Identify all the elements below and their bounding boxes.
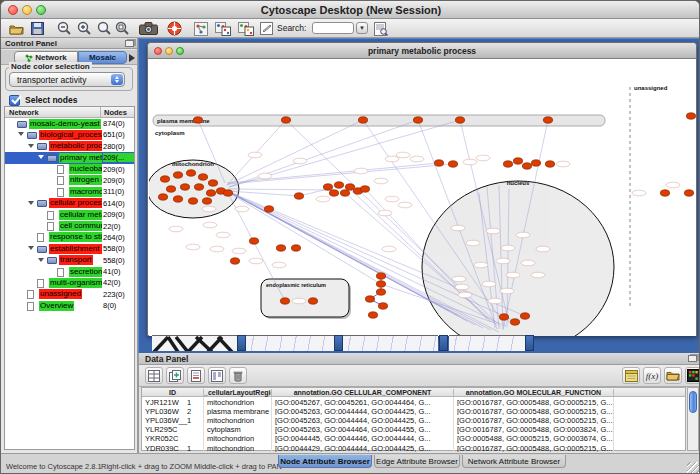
tree-row-5[interactable]: nitrogen compo209(0) — [5, 175, 134, 186]
cytopanel-south-icon[interactable] — [213, 20, 232, 37]
network-node[interactable] — [223, 190, 232, 196]
resize-grip[interactable] — [687, 462, 699, 474]
tree-row-7[interactable]: cellular process614(0) — [5, 198, 134, 209]
network-node[interactable] — [376, 273, 385, 279]
network-node[interactable] — [208, 180, 217, 186]
network-node[interactable] — [686, 113, 695, 119]
tree-row-6[interactable]: macromolecule311(0) — [5, 186, 134, 197]
network-node[interactable] — [513, 158, 522, 164]
network-node[interactable] — [522, 163, 531, 169]
table-cell[interactable]: mitochondrion — [204, 434, 272, 443]
network-node[interactable] — [276, 245, 285, 251]
trash-icon[interactable] — [229, 367, 247, 384]
expand-arrow-icon[interactable] — [38, 155, 44, 159]
zoom-in-icon[interactable] — [76, 20, 93, 37]
annotation-icon[interactable] — [258, 20, 275, 37]
network-node[interactable] — [188, 198, 197, 204]
column-divider[interactable] — [100, 107, 101, 118]
help-icon[interactable] — [165, 20, 183, 37]
table-cell[interactable]: [GO:0016787, GO:0005488, GO:0005215, G..… — [454, 443, 614, 452]
table-row-1[interactable]: YPL036W__2plasma membrane[GO:0045263, GO… — [142, 406, 685, 415]
network-node[interactable] — [360, 186, 369, 192]
save-icon[interactable] — [29, 20, 46, 37]
network-view-titlebar[interactable]: primary metabolic process — [148, 43, 696, 59]
network-node[interactable] — [510, 319, 519, 325]
network-edge[interactable] — [227, 163, 439, 183]
tree-row-16[interactable]: Overview8(0) — [5, 300, 134, 311]
table-cell[interactable]: YJR121W__1 — [142, 397, 204, 406]
select-attributes-icon[interactable] — [145, 367, 163, 384]
table-cell[interactable]: mitochondrion — [204, 397, 272, 406]
table-cell[interactable]: [GO:0016787, GO:0005488, GO:0005215, G..… — [454, 406, 614, 415]
titlebar[interactable]: Cytoscape Desktop (New Session) — [1, 1, 700, 19]
network-node[interactable] — [264, 206, 273, 212]
table-cell[interactable]: YPL036W__2 — [142, 406, 204, 415]
table-cell[interactable]: [GO:0045263, GO:0044444, GO:0044425, G..… — [272, 415, 454, 424]
network-node[interactable] — [499, 314, 508, 320]
advanced-search-icon[interactable] — [372, 20, 389, 37]
background-window-titlebar-fragment[interactable] — [525, 335, 534, 351]
expand-arrow-icon[interactable] — [18, 132, 24, 136]
network-node[interactable] — [503, 161, 512, 167]
network-node[interactable] — [323, 184, 332, 190]
attribute-table[interactable]: ID _cellularLayoutRegion annotation.GO C… — [141, 387, 686, 451]
new-attribute-icon[interactable] — [166, 367, 184, 384]
import-table-icon[interactable] — [664, 367, 682, 384]
tree-row-9[interactable]: cell communicat22(0) — [5, 221, 134, 232]
network-node[interactable] — [329, 190, 338, 196]
search-dropdown-button[interactable]: ▼ — [356, 22, 368, 34]
network-node[interactable] — [194, 184, 203, 190]
network-node[interactable] — [448, 161, 457, 167]
network-node[interactable] — [291, 245, 300, 251]
table-cell[interactable]: [GO:0045263, GO:0044464, GO:0044455, G..… — [272, 425, 454, 434]
open-file-icon[interactable] — [8, 20, 25, 37]
network-node[interactable] — [173, 172, 182, 178]
more-tabs-arrow-icon[interactable] — [129, 54, 135, 62]
table-cell[interactable]: [GO:0016787, GO:0005488, GO:0005215, G..… — [454, 415, 614, 424]
tree-row-1[interactable]: biological_process651(0) — [5, 129, 134, 140]
network-node[interactable] — [358, 117, 367, 123]
network-node[interactable] — [173, 196, 182, 202]
snapshot-icon[interactable] — [138, 20, 159, 37]
background-window-fragment[interactable] — [449, 335, 525, 351]
network-view-window[interactable]: primary metabolic process plasma membran… — [147, 42, 697, 336]
table-cell[interactable]: [GO:0005488, GO:0005215, GO:0003674, G..… — [454, 434, 614, 443]
expand-arrow-icon[interactable] — [38, 258, 44, 262]
network-node[interactable] — [180, 184, 189, 190]
zoom-selected-icon[interactable] — [114, 20, 131, 37]
table-row-5[interactable]: YDR039C__1mitochondrion[GO:0044429, GO:0… — [142, 443, 685, 452]
table-cell[interactable]: mitochondrion — [204, 415, 272, 424]
network-node[interactable] — [413, 117, 422, 123]
background-window-fragment[interactable] — [343, 335, 438, 351]
network-node[interactable] — [158, 194, 167, 200]
network-node[interactable] — [308, 298, 317, 304]
expand-arrow-icon[interactable] — [28, 201, 34, 205]
network-node[interactable] — [186, 170, 195, 176]
network-node[interactable] — [294, 193, 303, 199]
tree-row-14[interactable]: multi-organism pro42(0) — [5, 277, 134, 288]
network-node[interactable] — [198, 174, 207, 180]
expand-arrow-icon[interactable] — [28, 246, 34, 250]
network-node[interactable] — [160, 176, 169, 182]
background-window-titlebar-fragment[interactable] — [334, 335, 343, 351]
tree-row-11[interactable]: establishment of lo558(0) — [5, 243, 134, 254]
network-node[interactable] — [206, 190, 215, 196]
network-node[interactable] — [531, 160, 540, 166]
network-canvas-svg[interactable]: plasma membrane cytoplasm mitochondrion … — [149, 59, 696, 336]
float-panel-icon[interactable] — [125, 40, 134, 47]
table-row-3[interactable]: YLR295Ccytoplasm[GO:0045263, GO:0044464,… — [142, 425, 685, 434]
function-builder-icon[interactable]: f(x) — [643, 367, 661, 384]
zoom-out-icon[interactable] — [56, 20, 73, 37]
network-canvas[interactable]: plasma membrane cytoplasm mitochondrion … — [149, 59, 696, 336]
network-node[interactable] — [368, 312, 377, 318]
network-node[interactable] — [376, 289, 385, 295]
table-cell[interactable]: [GO:0044445, GO:0044446, GO:0044444, G..… — [272, 434, 454, 443]
tree-row-12[interactable]: transport558(0) — [5, 255, 134, 266]
table-cell[interactable]: [GO:0016787, GO:0005488, GO:0003824, G..… — [454, 425, 614, 434]
tree-row-3[interactable]: primary metabo209(... — [5, 152, 134, 163]
background-window-fragment[interactable] — [246, 335, 334, 351]
tree-row-4[interactable]: nucleobase-209(0) — [5, 164, 134, 175]
network-node[interactable] — [455, 117, 464, 123]
select-nodes-checkbox[interactable] — [9, 95, 20, 106]
table-cell[interactable]: YKR052C — [142, 434, 204, 443]
